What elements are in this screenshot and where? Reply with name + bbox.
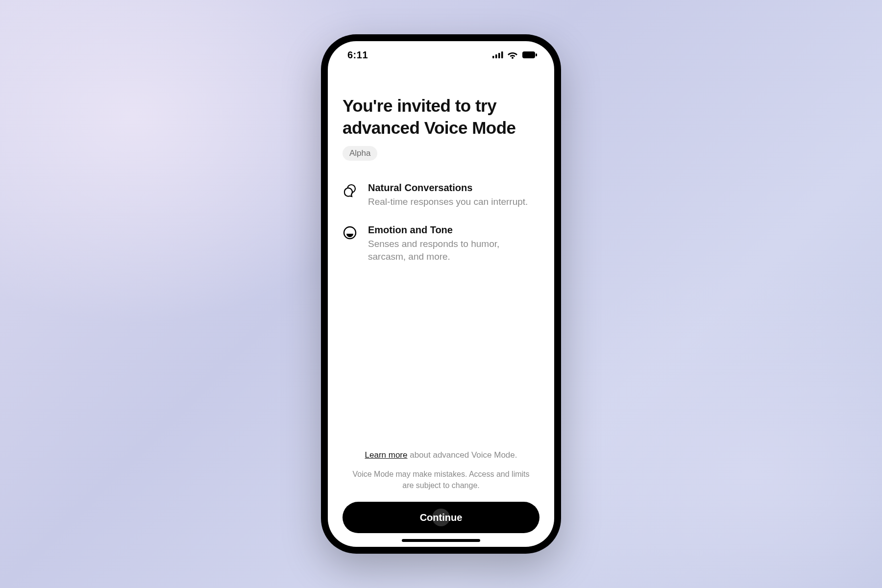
continue-button-label: Continue (420, 512, 463, 523)
page-title: You're invited to try advanced Voice Mod… (343, 95, 539, 139)
feature-natural-conversations: Natural Conversations Real-time response… (343, 182, 539, 208)
svg-rect-3 (501, 51, 503, 58)
content-area: You're invited to try advanced Voice Mod… (328, 69, 554, 547)
phone-screen: 6:11 (328, 41, 554, 547)
continue-button[interactable]: Continue (343, 502, 539, 533)
phone-frame: 6:11 (321, 34, 561, 554)
svg-rect-2 (498, 53, 500, 58)
feature-title: Emotion and Tone (368, 224, 539, 236)
feature-title: Natural Conversations (368, 182, 528, 194)
alpha-badge: Alpha (343, 146, 377, 161)
svg-rect-5 (522, 51, 535, 58)
feature-description: Real-time responses you can interrupt. (368, 196, 528, 208)
footer: Learn more about advanced Voice Mode. Vo… (343, 450, 539, 547)
feature-emotion-tone: Emotion and Tone Senses and responds to … (343, 224, 539, 263)
svg-rect-0 (492, 56, 494, 58)
battery-icon (522, 51, 538, 59)
status-right-cluster (492, 51, 538, 59)
status-bar: 6:11 (328, 41, 554, 69)
home-indicator[interactable] (402, 539, 480, 542)
learn-more-line: Learn more about advanced Voice Mode. (343, 450, 539, 460)
learn-more-link[interactable]: Learn more (365, 450, 408, 460)
chat-bubbles-icon (343, 183, 357, 198)
smile-icon (343, 225, 357, 240)
disclaimer-text: Voice Mode may make mistakes. Access and… (343, 469, 539, 491)
cellular-icon (492, 51, 503, 58)
feature-list: Natural Conversations Real-time response… (343, 182, 539, 280)
svg-rect-6 (536, 53, 537, 56)
status-time: 6:11 (347, 49, 368, 61)
svg-rect-1 (495, 54, 497, 58)
learn-more-suffix: about advanced Voice Mode. (407, 450, 517, 460)
wifi-icon (507, 51, 518, 59)
feature-description: Senses and responds to humor, sarcasm, a… (368, 238, 539, 263)
svg-point-4 (512, 57, 514, 59)
